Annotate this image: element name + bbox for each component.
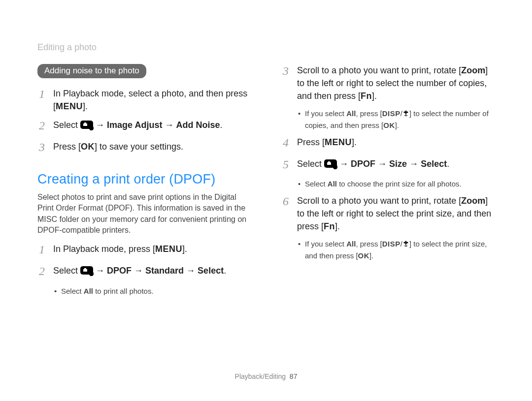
- step-1: 1 In Playback mode, select a photo, and …: [37, 87, 254, 113]
- step-number: 2: [37, 117, 46, 134]
- step-body: Scroll to a photo you want to print, rot…: [297, 64, 498, 102]
- breadcrumb: Editing a photo: [37, 42, 97, 53]
- text: If you select: [305, 109, 346, 118]
- step-dpof-5: 5 Select → DPOF → Size → Select.: [281, 157, 498, 173]
- macro-flower-icon: [402, 240, 409, 250]
- step-body: Select → Image Adjust → Add Noise.: [53, 119, 254, 131]
- bullet-item: Select All to print all photos.: [54, 286, 254, 297]
- svg-point-2: [406, 112, 408, 113]
- disp-button-label: DISP: [382, 240, 400, 248]
- text: Select: [305, 180, 328, 188]
- ok-button-label: OK: [383, 121, 395, 129]
- menu-button-label: MENU: [155, 244, 182, 254]
- page-number: 87: [290, 372, 298, 380]
- svg-point-1: [403, 112, 405, 113]
- left-column: Adding noise to the photo 1 In Playback …: [37, 64, 254, 302]
- text: Select: [53, 266, 80, 276]
- paragraph: Select photos to print and save print op…: [37, 192, 254, 236]
- arrow: →: [375, 159, 389, 169]
- bold-text: All: [346, 109, 356, 118]
- step-2: 2 Select → Image Adjust → Add Noise.: [37, 119, 254, 134]
- menu-button-label: MENU: [325, 137, 352, 147]
- step-dpof-2: 2 Select → DPOF → Standard → Select.: [37, 264, 254, 280]
- disp-button-label: DISP: [382, 109, 400, 118]
- arrow: →: [184, 266, 198, 276]
- text: Select: [53, 120, 80, 130]
- arrow: →: [162, 120, 176, 130]
- ok-button-label: OK: [81, 142, 95, 152]
- bold-text: Standard: [145, 266, 184, 276]
- step-number: 3: [37, 139, 46, 156]
- macro-flower-icon: [402, 109, 409, 120]
- svg-point-3: [405, 111, 406, 112]
- bold-text: All: [328, 180, 337, 188]
- arrow: →: [93, 120, 107, 130]
- step-dpof-1: 1 In Playback mode, press [MENU].: [37, 243, 254, 258]
- bullet-item: If you select All, press [DISP/] to sele…: [298, 108, 498, 131]
- bold-text: Zoom: [461, 65, 485, 75]
- text: If you select: [305, 240, 346, 248]
- text: .: [220, 120, 222, 130]
- step-dpof-3: 3 Scroll to a photo you want to print, r…: [281, 64, 498, 102]
- bullet-list: Select All to print all photos.: [54, 286, 254, 297]
- bullet-list: If you select All, press [DISP/] to sele…: [298, 239, 498, 261]
- arrow: →: [407, 159, 421, 169]
- step-number: 6: [281, 193, 290, 210]
- step-number: 3: [281, 62, 290, 80]
- step-body: Scroll to a photo you want to print, rot…: [297, 194, 498, 233]
- text: Press [: [297, 137, 325, 147]
- svg-point-4: [405, 242, 407, 244]
- bullet-item: Select All to choose the print size for …: [298, 179, 498, 189]
- arrow: →: [337, 159, 351, 169]
- bold-text: Add Noise: [176, 120, 220, 130]
- bold-text: Image Adjust: [107, 120, 162, 130]
- fn-button-label: Fn: [324, 221, 335, 231]
- bold-text: DPOF: [351, 159, 375, 169]
- text: Scroll to a photo you want to print, rot…: [297, 65, 461, 75]
- arrow: →: [132, 266, 145, 276]
- text: ] to save your settings.: [95, 142, 183, 152]
- fn-button-label: Fn: [361, 91, 372, 101]
- text: In Playback mode, press [: [53, 244, 155, 254]
- step-number: 5: [281, 156, 290, 173]
- bold-text: Zoom: [461, 196, 485, 206]
- step-dpof-6: 6 Scroll to a photo you want to print, r…: [281, 194, 498, 233]
- step-number: 2: [37, 263, 46, 280]
- text: ].: [83, 101, 88, 111]
- step-dpof-4: 4 Press [MENU].: [281, 136, 498, 152]
- step-number: 4: [281, 134, 290, 152]
- right-column: 3 Scroll to a photo you want to print, r…: [281, 64, 498, 302]
- text: ].: [372, 91, 377, 101]
- toolbox-icon: [324, 159, 337, 168]
- step-body: In Playback mode, press [MENU].: [53, 243, 254, 255]
- bullet-list: Select All to choose the print size for …: [298, 179, 498, 189]
- text: Select: [61, 287, 84, 295]
- text: , press [: [356, 109, 382, 118]
- bold-text: Select: [421, 159, 447, 169]
- text: ].: [335, 221, 340, 231]
- step-body: In Playback mode, select a photo, and th…: [53, 87, 254, 113]
- step-body: Select → DPOF → Size → Select.: [297, 157, 498, 170]
- step-3: 3 Press [OK] to save your settings.: [37, 140, 254, 156]
- text: ].: [369, 251, 373, 260]
- step-number: 1: [37, 241, 46, 258]
- footer-section: Playback/Editing: [235, 372, 286, 380]
- bold-text: All: [346, 240, 356, 248]
- section-pill-adding-noise: Adding noise to the photo: [37, 64, 146, 78]
- text: ].: [395, 121, 399, 129]
- text: , press [: [356, 240, 382, 248]
- bold-text: Select: [198, 266, 224, 276]
- text: Scroll to a photo you want to print, rot…: [297, 196, 461, 206]
- text: ].: [182, 244, 187, 254]
- text: Select: [297, 159, 324, 169]
- bullet-item: If you select All, press [DISP/] to sele…: [298, 239, 498, 261]
- toolbox-icon: [80, 121, 93, 129]
- bold-text: All: [84, 287, 93, 295]
- step-body: Press [MENU].: [297, 136, 498, 149]
- page-footer: Playback/Editing 87: [0, 372, 532, 380]
- svg-point-0: [405, 112, 407, 114]
- page: Editing a photo Adding noise to the phot…: [0, 0, 532, 401]
- text: to print all photos.: [93, 287, 154, 295]
- menu-button-label: MENU: [56, 101, 83, 111]
- bold-text: DPOF: [107, 266, 132, 276]
